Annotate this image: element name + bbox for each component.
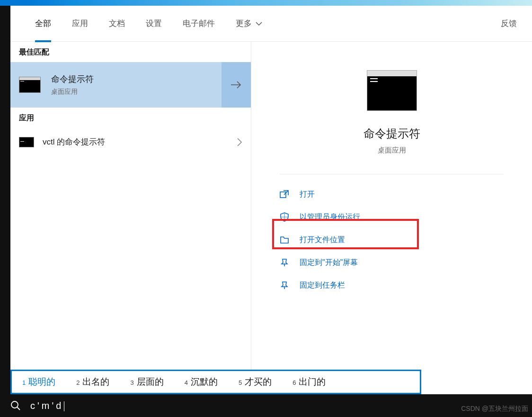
search-input-text: c'm'd	[30, 400, 63, 411]
action-label: 打开	[300, 190, 315, 199]
action-label: 打开文件位置	[300, 235, 345, 245]
action-pin-start[interactable]: 固定到"开始"屏幕	[280, 251, 504, 274]
ime-text: 出名的	[82, 376, 109, 388]
ime-num: 1	[22, 379, 26, 386]
apps-header: 应用	[10, 108, 251, 128]
ime-text: 沉默的	[191, 376, 218, 388]
action-run-as-admin[interactable]: 以管理员身份运行	[280, 206, 504, 228]
tab-settings[interactable]: 设置	[135, 6, 172, 42]
open-icon	[280, 190, 289, 199]
results-column: 最佳匹配 命令提示符 桌面应用 应用 vctl 的	[10, 42, 251, 397]
cmd-icon	[19, 77, 41, 93]
divider	[280, 174, 504, 174]
tab-docs[interactable]: 文档	[98, 6, 135, 42]
expand-arrow-button[interactable]	[222, 62, 251, 108]
ime-num: 4	[185, 379, 188, 386]
action-open[interactable]: 打开	[280, 183, 504, 206]
pin-icon	[280, 258, 289, 267]
arrow-right-icon	[230, 80, 242, 90]
action-open-file-location[interactable]: 打开文件位置	[280, 228, 504, 251]
result-text: 命令提示符 桌面应用	[51, 73, 94, 96]
tab-label: 设置	[146, 18, 162, 29]
app-result-vctl[interactable]: vctl 的命令提示符	[10, 128, 251, 156]
best-match-row-wrap: 命令提示符 桌面应用	[10, 62, 251, 108]
app-result-label: vctl 的命令提示符	[43, 136, 105, 148]
tab-apps[interactable]: 应用	[62, 6, 98, 42]
ime-candidate-2[interactable]: 2出名的	[66, 376, 120, 388]
tab-label: 文档	[109, 18, 125, 29]
result-title: 命令提示符	[51, 73, 94, 85]
ime-text: 聪明的	[28, 376, 55, 388]
ime-text: 才买的	[245, 376, 272, 388]
preview-subtitle: 桌面应用	[280, 146, 504, 155]
action-label: 以管理员身份运行	[300, 212, 360, 222]
svg-point-1	[11, 401, 18, 408]
ime-text: 层面的	[137, 376, 164, 388]
watermark: CSDN @五块兰州拉面	[461, 405, 528, 413]
search-icon	[10, 400, 21, 411]
window-top-edge	[0, 0, 532, 6]
tab-email[interactable]: 电子邮件	[172, 6, 225, 42]
search-tabs: 全部 应用 文档 设置 电子邮件 更多 反馈	[10, 6, 532, 42]
ime-num: 3	[130, 379, 133, 386]
best-match-result[interactable]: 命令提示符 桌面应用	[10, 62, 222, 108]
pin-icon	[280, 281, 289, 290]
search-panel: 全部 应用 文档 设置 电子邮件 更多 反馈 最佳匹配 命令提示符 桌面应用	[10, 6, 532, 397]
tab-all[interactable]: 全部	[25, 6, 62, 42]
ime-text: 出门的	[299, 376, 326, 388]
feedback-label: 反馈	[501, 19, 517, 28]
tab-label: 应用	[72, 18, 88, 29]
action-label: 固定到任务栏	[300, 281, 345, 290]
chevron-down-icon	[256, 21, 262, 26]
ime-candidate-bar: 1聪明的 2出名的 3层面的 4沉默的 5才买的 6出门的	[10, 370, 421, 394]
ime-candidate-6[interactable]: 6出门的	[282, 376, 336, 388]
ime-candidate-4[interactable]: 4沉默的	[174, 376, 228, 388]
preview-title: 命令提示符	[280, 126, 504, 141]
result-subtitle: 桌面应用	[51, 88, 94, 96]
preview-icon-wrap	[280, 70, 504, 111]
taskbar-search[interactable]: c'm'd CSDN @五块兰州拉面	[0, 394, 532, 417]
feedback-link[interactable]: 反馈	[501, 18, 518, 29]
action-pin-taskbar[interactable]: 固定到任务栏	[280, 274, 504, 297]
ime-candidate-1[interactable]: 1聪明的	[12, 376, 66, 388]
tab-label: 更多	[236, 18, 252, 29]
shield-icon	[280, 212, 289, 222]
cmd-icon	[19, 137, 34, 147]
ime-num: 6	[293, 379, 296, 386]
chevron-right-icon	[237, 137, 242, 147]
ime-candidate-5[interactable]: 5才买的	[228, 376, 282, 388]
tab-label: 电子邮件	[183, 18, 215, 29]
ime-num: 2	[76, 379, 80, 386]
ime-num: 5	[239, 379, 242, 386]
svg-rect-0	[280, 192, 286, 198]
ime-candidate-3[interactable]: 3层面的	[120, 376, 174, 388]
best-match-header: 最佳匹配	[10, 42, 251, 62]
folder-icon	[280, 236, 289, 244]
tab-label: 全部	[35, 18, 51, 29]
tab-more[interactable]: 更多	[225, 6, 273, 42]
action-label: 固定到"开始"屏幕	[300, 258, 358, 268]
left-edge	[0, 6, 10, 397]
preview-column: 命令提示符 桌面应用 打开 以管理员身份运行 打开文件位置	[251, 42, 532, 397]
content-area: 最佳匹配 命令提示符 桌面应用 应用 vctl 的	[10, 42, 532, 397]
cmd-large-icon	[367, 70, 417, 111]
